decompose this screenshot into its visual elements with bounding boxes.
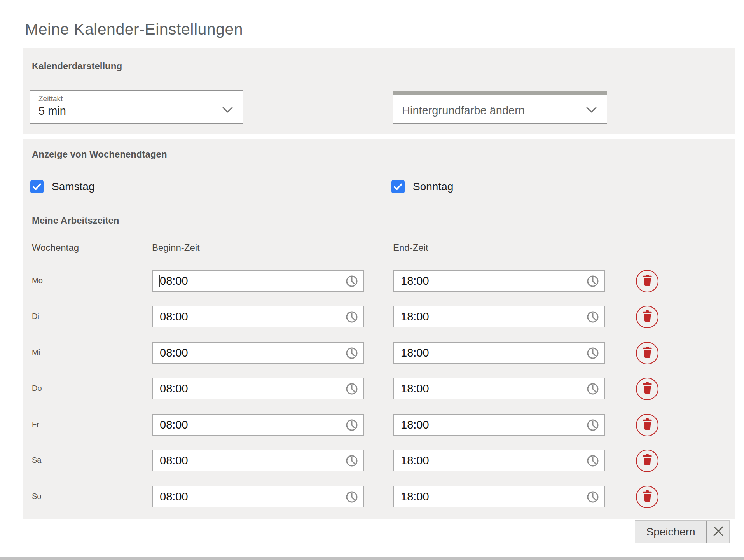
clock-icon[interactable]: [586, 346, 600, 362]
background-color-select[interactable]: Hintergrundfarbe ändern: [393, 91, 607, 124]
checkbox-sonntag[interactable]: Sonntag: [391, 180, 453, 193]
settings-main-panel: Anzeige von Wochenendtagen Samstag Sonnt…: [23, 139, 735, 519]
start-time-input[interactable]: [160, 306, 331, 327]
clock-icon[interactable]: [345, 382, 359, 397]
start-time-input[interactable]: [160, 271, 331, 291]
day-label: Di: [32, 312, 39, 321]
footer-action-bar: Speichern: [635, 520, 730, 543]
start-time-field: [152, 450, 364, 471]
clock-icon[interactable]: [345, 310, 359, 326]
end-time-input[interactable]: [401, 306, 572, 327]
day-label: Mo: [32, 276, 43, 285]
trash-icon: [642, 418, 653, 432]
calendar-display-panel: Kalenderdarstellung Zeittakt 5 min Hinte…: [23, 48, 735, 134]
clock-icon[interactable]: [345, 454, 359, 469]
start-time-field: [152, 306, 364, 327]
zeittakt-select-label: Zeittakt: [38, 94, 63, 103]
start-time-field: [152, 270, 364, 292]
end-time-input[interactable]: [401, 343, 572, 363]
column-header-beginnzeit: Beginn-Zeit: [152, 242, 200, 253]
day-label: Sa: [32, 456, 41, 465]
end-time-field: [393, 342, 605, 364]
section-header-kalenderdarstellung: Kalenderdarstellung: [32, 61, 122, 72]
column-header-endzeit: End-Zeit: [393, 242, 428, 253]
start-time-field: [152, 342, 364, 364]
checkbox-samstag[interactable]: Samstag: [30, 180, 95, 193]
end-time-input[interactable]: [401, 271, 572, 291]
start-time-field: [152, 414, 364, 436]
background-color-select-value: Hintergrundfarbe ändern: [402, 104, 525, 117]
clock-icon[interactable]: [586, 490, 600, 506]
clock-icon[interactable]: [586, 382, 600, 397]
delete-row-button[interactable]: [636, 378, 658, 400]
zeittakt-select-value: 5 min: [38, 105, 66, 117]
column-header-wochentag: Wochentag: [32, 242, 79, 253]
day-label: Do: [32, 384, 42, 393]
close-icon: [713, 525, 724, 539]
trash-icon: [642, 275, 653, 288]
end-time-input[interactable]: [401, 415, 572, 435]
start-time-input[interactable]: [160, 343, 331, 363]
checkbox-checked-icon: [391, 180, 405, 193]
delete-row-button[interactable]: [636, 270, 658, 292]
start-time-input[interactable]: [160, 415, 331, 435]
end-time-field: [393, 486, 605, 508]
delete-row-button[interactable]: [636, 342, 658, 364]
background-color-preview: [393, 91, 607, 95]
delete-row-button[interactable]: [636, 486, 658, 508]
clock-icon[interactable]: [586, 418, 600, 434]
clock-icon[interactable]: [345, 490, 359, 506]
zeittakt-select[interactable]: Zeittakt 5 min: [30, 90, 243, 124]
save-button[interactable]: Speichern: [635, 521, 706, 543]
section-header-arbeitszeiten: Meine Arbeitszeiten: [32, 215, 119, 226]
checkbox-checked-icon: [30, 180, 44, 193]
clock-icon[interactable]: [345, 274, 359, 290]
end-time-input[interactable]: [401, 450, 572, 471]
clock-icon[interactable]: [345, 418, 359, 434]
start-time-input[interactable]: [160, 378, 331, 399]
trash-icon: [642, 310, 653, 324]
end-time-field: [393, 450, 605, 471]
clock-icon[interactable]: [586, 454, 600, 469]
trash-icon: [642, 382, 653, 396]
day-label: Fr: [32, 420, 39, 429]
end-time-field: [393, 306, 605, 327]
day-label: So: [32, 492, 41, 501]
end-time-field: [393, 414, 605, 436]
start-time-input[interactable]: [160, 450, 331, 471]
clock-icon[interactable]: [345, 346, 359, 362]
clock-icon[interactable]: [586, 274, 600, 290]
trash-icon: [642, 454, 653, 468]
delete-row-button[interactable]: [636, 414, 658, 436]
start-time-field: [152, 486, 364, 508]
trash-icon: [642, 490, 653, 504]
section-header-wochenendtage: Anzeige von Wochenendtagen: [32, 149, 167, 160]
end-time-field: [393, 270, 605, 292]
end-time-input[interactable]: [401, 486, 572, 507]
calendar-settings-page: Meine Kalender-Einstellungen Kalenderdar…: [0, 0, 744, 560]
clock-icon[interactable]: [586, 310, 600, 326]
chevron-down-icon: [222, 107, 233, 115]
checkbox-sonntag-label: Sonntag: [413, 180, 453, 193]
checkbox-samstag-label: Samstag: [52, 180, 95, 193]
start-time-input[interactable]: [160, 486, 331, 507]
bottom-scrollbar-track: [0, 557, 744, 560]
close-button[interactable]: [707, 521, 729, 543]
start-time-field: [152, 378, 364, 399]
end-time-field: [393, 378, 605, 399]
delete-row-button[interactable]: [636, 306, 658, 328]
page-title: Meine Kalender-Einstellungen: [25, 20, 243, 38]
day-label: Mi: [32, 348, 40, 357]
trash-icon: [642, 346, 653, 360]
end-time-input[interactable]: [401, 378, 572, 399]
delete-row-button[interactable]: [636, 450, 658, 472]
chevron-down-icon: [586, 107, 597, 115]
